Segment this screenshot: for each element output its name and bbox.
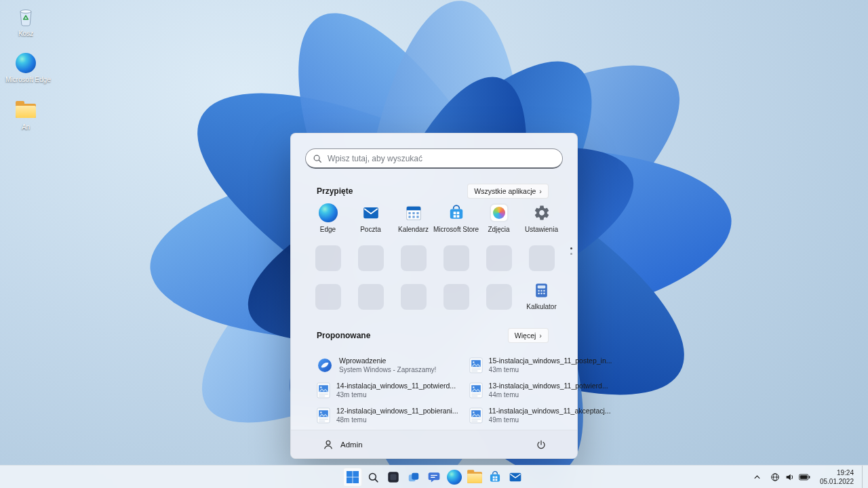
pinned-app-store[interactable]: Microsoft Store [435,200,477,239]
taskbar-mail-button[interactable] [506,468,525,487]
photos-icon [490,203,508,222]
start-search-input[interactable] [305,148,563,169]
pinned-app-calculator[interactable]: Kalkulator [520,277,563,316]
taskbar-store-button[interactable] [486,468,505,487]
gear-icon [533,203,551,222]
windows-logo-icon [346,470,359,484]
pinned-placeholder [349,239,392,277]
image-file-icon [469,382,483,399]
user-name: Admin [340,441,363,449]
power-button[interactable] [531,434,551,455]
pinned-app-settings[interactable]: Ustawienia [520,200,563,239]
chevron-up-icon [753,474,761,480]
pinned-placeholder [392,277,435,316]
search-icon [313,154,322,163]
recommended-section-title: Proponowane [317,331,370,340]
clock-date: 05.01.2022 [820,477,854,486]
desktop-icon-label: Microsoft Edge [5,76,46,83]
clock[interactable]: 19:24 05.01.2022 [817,467,856,487]
calendar-icon [405,203,422,222]
mail-icon [362,203,380,222]
chat-button[interactable] [425,468,443,487]
image-file-icon [469,357,483,373]
image-file-icon [317,407,330,424]
image-file-icon [469,407,483,424]
chat-icon [427,470,441,484]
more-button[interactable]: Więcej › [508,328,549,343]
calculator-icon [533,281,550,300]
user-icon [322,439,334,451]
clock-time: 19:24 [820,468,854,477]
user-profile-button[interactable]: Admin [317,436,368,453]
desktop-icon-edge[interactable]: Microsoft Edge [5,52,46,83]
pinned-placeholder [307,239,349,277]
taskbar-search-button[interactable] [363,468,382,487]
network-icon [770,472,780,482]
recommended-item[interactable]: 13-instalacja_windows_11_potwierd... 44m… [469,378,612,403]
search-icon [368,472,379,483]
pinned-placeholder [435,277,477,316]
desktop-icon-recycle-bin[interactable]: Kosz [5,5,46,37]
chevron-right-icon: › [539,188,542,195]
pinned-app-photos[interactable]: Zdjęcia [477,200,520,239]
recycle-bin-icon [5,5,46,28]
edge-icon [447,470,462,485]
pinned-app-edge[interactable]: Edge [307,200,349,239]
all-apps-button[interactable]: Wszystkie aplikacje › [467,184,549,199]
recommended-item[interactable]: 12-instalacja_windows_11_pobierani... 48… [317,403,458,428]
pinned-placeholder [349,277,392,316]
chevron-right-icon: › [539,332,542,340]
desktop-icon-label: An [5,123,46,131]
recommended-item[interactable]: Wprowadzenie System Windows - Zapraszamy… [317,352,458,378]
image-file-icon [317,382,330,399]
taskbar-edge-button[interactable] [445,468,464,487]
recommended-item[interactable]: 15-instalacja_windows_11_postep_in... 43… [469,352,612,378]
power-icon [536,439,547,450]
edge-icon [319,203,338,222]
start-search [305,148,563,169]
task-view-icon [387,470,400,484]
taskbar: 19:24 05.01.2022 [0,465,868,488]
start-menu: Przypięte Wszystkie aplikacje › Edge Poc… [290,133,578,459]
recommended-grid: Wprowadzenie System Windows - Zapraszamy… [317,352,557,428]
tray-overflow-button[interactable] [751,472,764,483]
folder-icon [467,472,482,483]
recommended-item[interactable]: 14-instalacja_windows_11_potwierd... 43m… [317,378,458,403]
folder-icon [5,99,46,122]
recommended-item[interactable]: 11-instalacja_windows_11_akceptacj... 49… [469,403,612,428]
store-icon [448,203,465,222]
edge-icon [5,52,46,75]
widgets-icon [407,470,420,484]
system-tray[interactable] [769,470,812,485]
pinned-section-title: Przypięte [317,186,353,196]
pinned-placeholder [435,239,477,277]
start-footer: Admin [291,430,577,458]
pinned-placeholder [477,239,520,277]
get-started-icon [317,357,333,373]
volume-icon [785,472,794,482]
pinned-placeholder [477,277,520,316]
pinned-placeholder [392,239,435,277]
pinned-placeholder [520,239,563,277]
desktop-icon-folder[interactable]: An [5,99,46,131]
pinned-app-mail[interactable]: Poczta [349,200,392,239]
show-desktop-button[interactable] [862,466,865,488]
start-button[interactable] [343,468,362,487]
widgets-button[interactable] [404,468,423,487]
task-view-button[interactable] [384,468,403,487]
store-icon [488,470,502,484]
pinned-placeholder [307,277,349,316]
mail-icon [509,470,522,484]
battery-icon [799,474,810,481]
desktop-icon-label: Kosz [5,30,46,37]
pinned-page-dots[interactable] [570,247,572,255]
pinned-apps-grid: Edge Poczta Kalendarz Microsoft Store Zd… [307,200,563,316]
file-explorer-button[interactable] [465,468,484,487]
pinned-app-calendar[interactable]: Kalendarz [392,200,435,239]
